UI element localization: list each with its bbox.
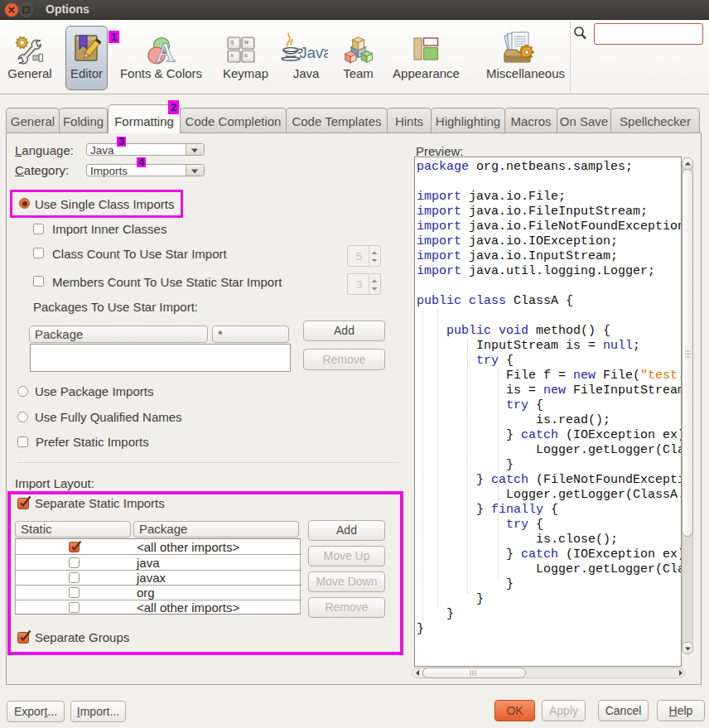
svg-text:A: A: [230, 53, 234, 58]
svg-text:Java: Java: [300, 44, 329, 61]
svg-text:S: S: [244, 53, 248, 58]
svg-text:A: A: [156, 37, 175, 65]
svg-text:Q: Q: [230, 40, 234, 45]
svg-text:W: W: [244, 40, 249, 45]
